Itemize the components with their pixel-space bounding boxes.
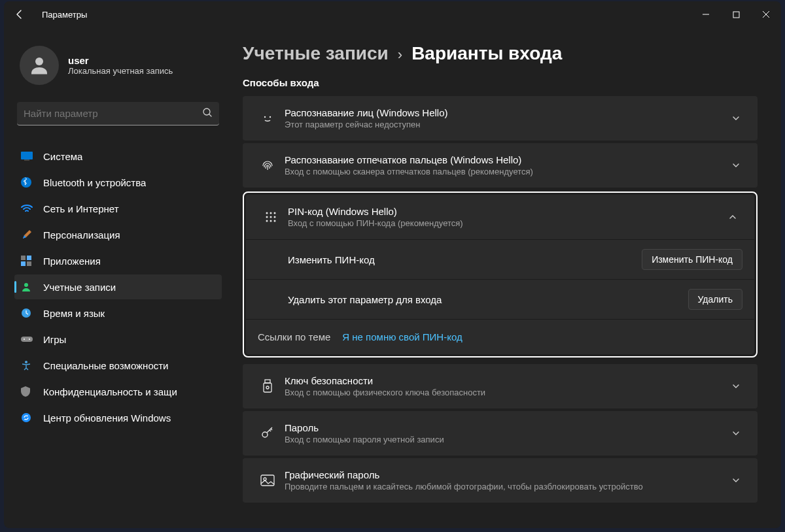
gamepad-icon [21,332,39,346]
card-pin-group: PIN-код (Windows Hello) Вход с помощью П… [243,191,758,357]
card-desc: Проводите пальцем и касайтесь любимой фо… [285,482,726,491]
svg-rect-0 [733,12,739,18]
sidebar-item-gaming[interactable]: Игры [14,327,222,352]
system-icon [21,149,39,163]
sidebar-item-personalization[interactable]: Персонализация [14,222,222,247]
app-title: Параметры [42,10,87,20]
card-title: Пароль [285,422,726,433]
settings-window: Параметры user Локальная учетная запись [4,1,781,528]
sidebar-item-label: Центр обновления Windows [43,412,171,424]
svg-point-10 [24,283,28,287]
forgot-pin-link[interactable]: Я не помню свой ПИН-код [342,331,462,342]
sidebar-item-label: Персонализация [43,229,120,241]
sidebar-item-label: Учетные записи [43,282,116,293]
search-icon [202,107,213,120]
svg-point-20 [270,212,272,214]
svg-point-19 [266,212,268,214]
keypad-icon [258,210,284,224]
pin-change-label: Изменить ПИН-код [288,254,642,265]
fingerprint-icon [254,158,281,173]
sidebar-item-bluetooth[interactable]: Bluetooth и устройства [14,170,222,195]
sidebar-item-label: Конфиденциальность и защи [43,386,177,397]
sidebar-item-apps[interactable]: Приложения [14,248,222,273]
brush-icon [21,227,39,242]
svg-point-21 [274,212,276,214]
svg-point-31 [262,432,268,437]
sidebar-item-privacy[interactable]: Конфиденциальность и защи [14,379,222,404]
svg-point-25 [266,220,268,222]
card-title: PIN-код (Windows Hello) [288,206,723,217]
sidebar-item-system[interactable]: Система [14,144,222,169]
chevron-down-icon [726,161,746,170]
card-picture-password[interactable]: Графический пароль Проводите пальцем и к… [243,458,758,503]
bluetooth-icon [21,175,39,190]
card-fingerprint[interactable]: Распознавание отпечатков пальцев (Window… [243,143,758,188]
svg-point-14 [29,339,30,340]
update-icon [21,410,39,425]
sidebar-item-label: Система [43,151,82,162]
pin-links-row: Ссылки по теме Я не помню свой ПИН-код [246,319,754,354]
search-input[interactable] [24,108,202,119]
svg-point-22 [266,216,268,218]
card-title: Ключ безопасности [285,375,726,386]
svg-rect-29 [264,383,271,392]
card-desc: Вход с помощью физического ключа безопас… [285,388,726,397]
card-pin-header[interactable]: PIN-код (Windows Hello) Вход с помощью П… [246,195,754,239]
card-face-recognition[interactable]: Распознавание лиц (Windows Hello) Этот п… [243,96,758,141]
picture-icon [254,474,281,486]
minimize-button[interactable] [691,1,721,27]
sidebar-item-label: Игры [43,334,66,345]
avatar [20,46,59,85]
card-title: Графический пароль [285,469,726,480]
card-desc: Вход с помощью пароля учетной записи [285,435,726,444]
card-title: Распознавание лиц (Windows Hello) [285,107,726,118]
user-block[interactable]: user Локальная учетная запись [14,43,222,97]
titlebar: Параметры [4,1,781,27]
maximize-button[interactable] [721,1,751,27]
svg-point-1 [35,58,43,65]
sidebar-item-network[interactable]: Сеть и Интернет [14,196,222,221]
breadcrumb: Учетные записи › Варианты входа [243,43,758,64]
sidebar-item-label: Bluetooth и устройства [43,177,146,188]
sidebar-item-label: Время и язык [43,308,105,319]
sidebar-item-label: Сеть и Интернет [43,203,119,214]
svg-rect-12 [21,337,33,342]
related-links-label: Ссылки по теме [258,331,330,342]
pin-remove-row: Удалить этот параметр для входа Удалить [246,279,754,319]
change-pin-button[interactable]: Изменить ПИН-код [642,249,742,270]
pin-remove-label: Удалить этот параметр для входа [288,294,688,305]
sidebar-item-accounts[interactable]: Учетные записи [14,274,222,299]
pin-change-row: Изменить ПИН-код Изменить ПИН-код [246,239,754,279]
user-desc: Локальная учетная запись [68,66,173,76]
card-password[interactable]: Пароль Вход с помощью пароля учетной зап… [243,411,758,456]
card-desc: Вход с помощью сканера отпечатков пальце… [285,167,726,176]
svg-rect-32 [261,475,274,486]
svg-point-2 [203,108,210,115]
search-box[interactable] [17,102,219,125]
back-button[interactable] [9,4,30,25]
sidebar: user Локальная учетная запись Система Bl… [4,27,230,528]
remove-pin-button[interactable]: Удалить [688,289,742,310]
sidebar-item-label: Специальные возможности [43,360,169,371]
svg-point-15 [25,361,27,363]
breadcrumb-parent[interactable]: Учетные записи [243,43,389,64]
accessibility-icon [21,358,39,373]
svg-point-18 [270,116,271,118]
clock-icon [21,306,39,320]
svg-point-26 [270,220,272,222]
sidebar-item-update[interactable]: Центр обновления Windows [14,405,222,430]
svg-rect-4 [24,159,29,161]
chevron-down-icon [726,382,746,391]
key-icon [254,426,281,441]
svg-point-27 [274,220,276,222]
chevron-up-icon [723,212,742,222]
sidebar-item-time[interactable]: Время и язык [14,301,222,325]
chevron-right-icon: › [398,46,402,63]
card-desc: Этот параметр сейчас недоступен [285,120,726,129]
card-security-key[interactable]: Ключ безопасности Вход с помощью физичес… [243,364,758,408]
chevron-down-icon [726,429,746,438]
card-pin: PIN-код (Windows Hello) Вход с помощью П… [246,195,754,354]
sidebar-item-accessibility[interactable]: Специальные возможности [14,353,222,378]
close-button[interactable] [751,1,781,27]
svg-rect-7 [27,256,31,260]
